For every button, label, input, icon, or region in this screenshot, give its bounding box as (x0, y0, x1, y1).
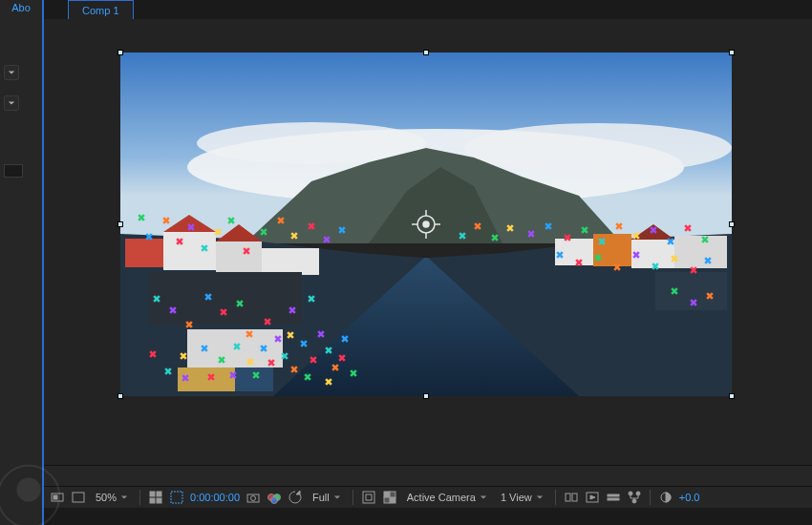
svg-rect-7 (125, 239, 163, 267)
chevron-down-icon (120, 494, 128, 501)
svg-rect-21 (674, 236, 727, 268)
selection-handle[interactable] (729, 393, 735, 399)
zoom-value: 50% (96, 492, 117, 503)
toggle-transparency-icon[interactable] (382, 490, 397, 505)
viewer-tabbar: Comp 1 (44, 0, 812, 20)
bottom-strip (44, 508, 812, 525)
svg-rect-202 (384, 492, 390, 497)
panel-label: Abo (0, 2, 42, 13)
svg-rect-193 (157, 498, 161, 503)
current-time[interactable]: 0:00:00:00 (190, 492, 240, 503)
left-panel: Abo (0, 0, 43, 525)
views-value: 1 View (501, 492, 532, 503)
exposure-value[interactable]: +0.0 (679, 492, 700, 503)
dropdown-toggle[interactable] (4, 95, 19, 111)
svg-rect-205 (384, 497, 390, 503)
show-channel-icon[interactable] (267, 490, 282, 505)
timeline-icon[interactable] (606, 490, 621, 505)
tab-comp[interactable]: Comp 1 (68, 0, 134, 21)
svg-rect-192 (150, 498, 155, 503)
selection-handle[interactable] (118, 393, 123, 399)
magnification-select[interactable]: 50% (92, 490, 132, 505)
spacer-bar (44, 465, 812, 487)
viewer-controls: 50% 0:00:00:00 Full Active Camera 1 View… (44, 486, 812, 508)
input-field[interactable] (4, 164, 23, 178)
svg-rect-12 (262, 248, 319, 275)
svg-rect-8 (163, 232, 216, 270)
svg-rect-201 (366, 494, 372, 500)
svg-rect-210 (608, 498, 619, 500)
selection-handle[interactable] (729, 50, 735, 55)
svg-point-213 (632, 499, 636, 503)
svg-rect-17 (555, 239, 593, 265)
pixel-aspect-icon[interactable] (564, 490, 579, 505)
reset-exposure-icon[interactable] (288, 490, 303, 505)
selection-handle[interactable] (729, 221, 735, 227)
svg-rect-18 (593, 234, 631, 266)
watermark (0, 463, 62, 525)
svg-rect-200 (363, 492, 374, 503)
fast-previews-icon[interactable] (585, 490, 600, 505)
composition-canvas[interactable] (120, 52, 732, 396)
camera-select[interactable]: Active Camera (403, 490, 491, 505)
svg-rect-189 (73, 493, 84, 502)
composition-viewer[interactable] (44, 19, 812, 466)
svg-point-212 (636, 492, 640, 495)
mask-visibility-icon[interactable] (169, 490, 184, 505)
selection-handle[interactable] (423, 50, 429, 55)
svg-point-3 (464, 123, 732, 173)
svg-rect-10 (216, 242, 262, 272)
resolution-value: Full (312, 492, 330, 503)
chevron-down-icon (480, 494, 487, 501)
svg-rect-207 (572, 494, 577, 501)
footage-preview (120, 52, 732, 396)
snapshot-icon[interactable] (246, 490, 261, 505)
svg-rect-13 (149, 272, 302, 325)
selection-handle[interactable] (423, 393, 429, 399)
tab-label: Comp 1 (82, 5, 119, 16)
svg-rect-203 (390, 497, 395, 503)
svg-rect-209 (608, 494, 619, 496)
chevron-down-icon (333, 494, 341, 501)
dropdown-toggle[interactable] (4, 65, 19, 80)
svg-point-216 (16, 477, 40, 501)
svg-point-196 (251, 496, 256, 501)
svg-rect-191 (157, 492, 161, 496)
exposure-icon[interactable] (658, 490, 673, 505)
svg-point-199 (271, 497, 278, 504)
selection-handle[interactable] (118, 50, 123, 55)
svg-rect-194 (171, 492, 182, 503)
selection-handle[interactable] (118, 221, 123, 227)
svg-rect-206 (566, 494, 570, 501)
comp-flowchart-icon[interactable] (627, 490, 642, 505)
svg-point-211 (629, 492, 632, 495)
views-select[interactable]: 1 View (497, 490, 547, 505)
svg-rect-190 (150, 492, 155, 496)
chevron-down-icon (536, 494, 544, 501)
svg-rect-204 (390, 492, 395, 497)
svg-point-24 (423, 221, 429, 227)
resolution-select[interactable]: Full (309, 490, 345, 505)
camera-value: Active Camera (407, 492, 476, 503)
grid-icon[interactable] (148, 490, 163, 505)
transparency-grid-icon[interactable] (71, 490, 86, 505)
svg-rect-16 (235, 368, 273, 391)
roi-icon[interactable] (361, 490, 376, 505)
